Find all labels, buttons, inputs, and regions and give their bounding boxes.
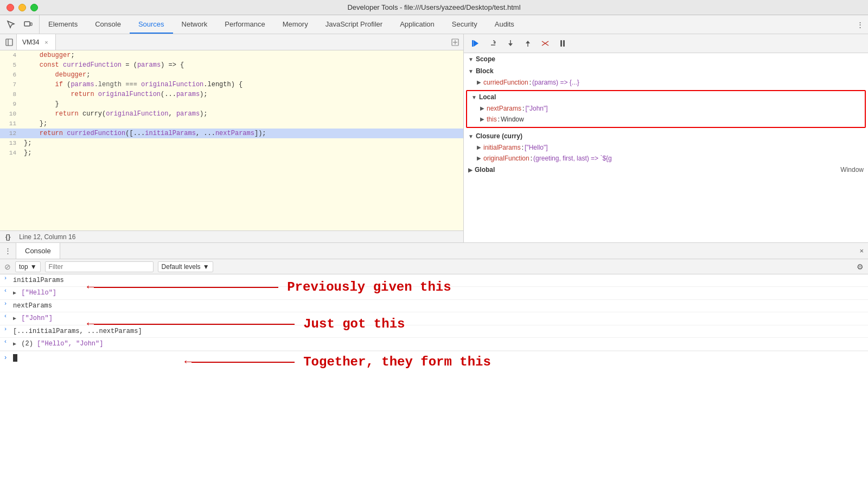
tab-elements[interactable]: Elements <box>40 15 86 34</box>
global-header[interactable]: ▶ Global Window <box>464 164 868 176</box>
global-val: Window <box>840 166 864 174</box>
debugger-toolbar <box>464 34 868 53</box>
console-entry-1: › initialParams <box>0 274 868 287</box>
line-content: return originalFunction(...params); <box>22 89 463 99</box>
line-content: const curriedFunction = (params) => { <box>22 60 463 70</box>
close-tab-icon[interactable]: × <box>42 39 50 46</box>
minimize-button[interactable] <box>18 4 26 11</box>
tab-performance[interactable]: Performance <box>216 15 273 34</box>
line-number: 10 <box>0 109 22 119</box>
context-selector[interactable]: top ▼ <box>15 261 41 272</box>
console-text-5: [...initialParams, ...nextParams] <box>11 326 868 337</box>
device-toolbar-icon[interactable] <box>22 18 35 31</box>
step-into-button[interactable] <box>503 37 518 50</box>
line-content: return curriedFunction([...initialParams… <box>22 129 463 138</box>
console-entry-5: › [...initialParams, ...nextParams] <box>0 325 868 338</box>
scope-panel: ▼ Scope ▼ Block ▶ curriedFunction : (par… <box>464 53 868 242</box>
code-editor[interactable]: 4 debugger;5 const curriedFunction = (pa… <box>0 50 463 230</box>
expand-icon[interactable]: ▶ <box>480 115 484 124</box>
window-title: Developer Tools - file:///Users/yazeed/D… <box>347 3 520 11</box>
input-arrow-icon: › <box>0 275 11 281</box>
console-text-3: nextParams <box>11 300 868 311</box>
step-out-button[interactable] <box>520 37 535 50</box>
code-line-11: 11 }; <box>0 119 463 129</box>
expand-icon[interactable]: ▶ <box>13 316 16 322</box>
scope-header[interactable]: ▼ Scope <box>464 53 868 65</box>
expand-icon[interactable]: ▶ <box>477 154 481 163</box>
svg-rect-1 <box>30 23 32 25</box>
console-tab[interactable]: Console <box>16 243 60 259</box>
console-menu-icon[interactable]: ⋮ <box>0 243 16 259</box>
local-header[interactable]: ▼ Local <box>467 91 865 103</box>
tab-audits[interactable]: Audits <box>486 15 523 34</box>
scope-brackets: {} <box>5 233 10 241</box>
closure-initial-params: ▶ initialParams : ["Hello"] <box>464 142 868 153</box>
line-number: 9 <box>0 99 22 109</box>
sidebar-toggle-icon[interactable] <box>2 34 16 50</box>
deactivate-breakpoints-button[interactable] <box>538 37 553 50</box>
scope-triangle: ▼ <box>468 56 474 62</box>
tab-memory[interactable]: Memory <box>274 15 317 34</box>
right-panel: ▼ Scope ▼ Block ▶ curriedFunction : (par… <box>464 34 868 242</box>
output-icon-2: ‹ <box>0 313 11 319</box>
tab-sources[interactable]: Sources <box>130 15 173 34</box>
line-content: debugger; <box>22 70 463 80</box>
traffic-lights <box>7 4 38 11</box>
levels-dropdown-icon: ▼ <box>203 263 209 271</box>
expand-icon[interactable]: ▶ <box>477 143 481 152</box>
local-label: Local <box>479 93 496 101</box>
console-input-text[interactable] <box>11 352 868 363</box>
block-label: Block <box>476 67 494 75</box>
close-button[interactable] <box>7 4 14 11</box>
code-line-5: 5 const curriedFunction = (params) => { <box>0 60 463 70</box>
line-number: 8 <box>0 89 22 99</box>
tab-js-profiler[interactable]: JavaScript Profiler <box>317 15 391 34</box>
local-scope-box: ▼ Local ▶ nextParams : ["John"] ▶ <box>466 90 866 128</box>
tab-application[interactable]: Application <box>391 15 443 34</box>
block-header[interactable]: ▼ Block <box>464 65 868 77</box>
svg-rect-17 <box>563 40 565 47</box>
line-number: 13 <box>0 138 22 148</box>
code-line-4: 4 debugger; <box>0 50 463 60</box>
console-input-line[interactable]: › <box>0 351 868 364</box>
svg-marker-11 <box>508 43 513 46</box>
step-over-button[interactable] <box>486 37 501 50</box>
code-line-7: 7 if (params.length === originalFunction… <box>0 80 463 89</box>
local-items: ▶ nextParams : ["John"] ▶ this : Window <box>467 103 865 127</box>
output-icon-3: ‹ <box>0 338 11 345</box>
console-text-6: ▶ (2) ["Hello", "John"] <box>11 338 868 350</box>
line-number: 4 <box>0 50 22 60</box>
maximize-button[interactable] <box>30 4 38 11</box>
line-content: } <box>22 99 463 109</box>
log-levels-selector[interactable]: Default levels ▼ <box>158 261 213 272</box>
output-icon-1: ‹ <box>0 287 11 294</box>
line-content: return curry(originalFunction, params); <box>22 109 463 119</box>
expand-icon[interactable]: ▶ <box>480 104 484 113</box>
console-settings-icon[interactable]: ⚙ <box>857 262 864 271</box>
block-triangle: ▼ <box>468 68 474 74</box>
left-panel: VM34 × 4 debugger;5 const curriedFunctio… <box>0 34 464 242</box>
input-arrow-icon-3: › <box>0 326 11 332</box>
console-section: ⋮ Console × ⊘ top ▼ Default levels ▼ ⚙ <box>0 242 868 481</box>
tab-security[interactable]: Security <box>443 15 486 34</box>
pause-on-exceptions-button[interactable] <box>555 37 570 50</box>
console-toolbar: ⊘ top ▼ Default levels ▼ ⚙ <box>0 259 868 274</box>
inspect-icon[interactable] <box>4 18 17 31</box>
vm34-tab[interactable]: VM34 × <box>16 34 56 50</box>
console-close-icon[interactable]: × <box>855 243 868 259</box>
expand-icon[interactable]: ▶ <box>13 341 16 347</box>
code-line-13: 13}; <box>0 138 463 148</box>
global-label: Global <box>475 166 495 174</box>
filter-input[interactable] <box>45 261 154 272</box>
clear-console-icon[interactable]: ⊘ <box>4 262 11 271</box>
closure-header[interactable]: ▼ Closure (curry) <box>464 130 868 142</box>
expand-icon[interactable]: ▶ <box>13 290 16 296</box>
more-tabs-icon[interactable]: ⋮ <box>852 15 868 34</box>
resume-button[interactable] <box>468 37 483 50</box>
tab-console[interactable]: Console <box>86 15 130 34</box>
console-text-1: initialParams <box>11 275 868 286</box>
console-cursor <box>13 354 17 362</box>
tab-network[interactable]: Network <box>173 15 216 34</box>
line-content: if (params.length === originalFunction.l… <box>22 80 463 89</box>
expand-icon[interactable]: ▶ <box>477 78 481 87</box>
